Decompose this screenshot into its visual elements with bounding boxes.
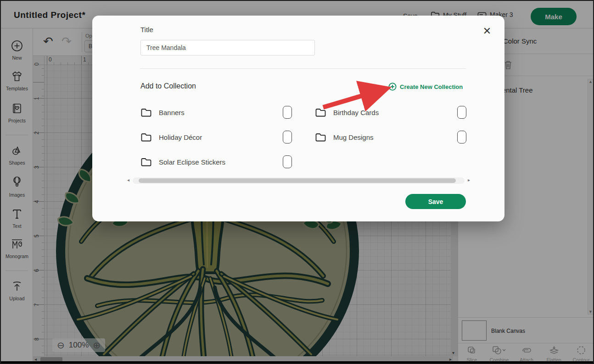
plus-circle-icon [388, 83, 397, 91]
collection-checkbox[interactable] [457, 106, 466, 119]
save-button[interactable]: Save [405, 194, 466, 209]
collection-checkbox[interactable] [283, 131, 292, 143]
scroll-left-icon[interactable]: ◂ [127, 177, 129, 182]
collection-name: Mug Designs [333, 133, 374, 141]
folder-icon [140, 157, 152, 167]
section-divider [140, 68, 466, 69]
add-to-collection-heading: Add to Collection [140, 82, 196, 90]
close-button[interactable]: ✕ [482, 26, 493, 37]
collection-row[interactable]: Birthday Cards [315, 105, 489, 119]
collection-row[interactable]: Mug Designs [315, 130, 489, 144]
title-input[interactable] [140, 40, 315, 55]
collection-name: Holiday Décor [159, 133, 202, 141]
folder-icon [140, 108, 152, 117]
collection-name: Solar Eclipse Stickers [159, 158, 225, 166]
app-window: 0 1 0 1 2 3 4 5 6 7 8 ⊖ 100% ⊕ ◂ ▸ ▾ ↶ ↷… [0, 0, 594, 364]
create-new-collection-button[interactable]: Create New Collection [388, 83, 463, 91]
collections-horizontal-scrollbar[interactable]: ◂ ▸ [133, 177, 465, 184]
window-bottom-edge [1, 361, 593, 363]
collection-row[interactable]: Banners [140, 105, 315, 119]
collection-name: Banners [159, 109, 185, 116]
collection-checkbox[interactable] [283, 106, 292, 119]
collection-row[interactable]: Solar Eclipse Stickers [140, 155, 315, 169]
folder-icon [140, 132, 152, 142]
folder-icon [315, 132, 326, 142]
save-project-dialog: Title ✕ Add to Collection Create New Col… [92, 16, 504, 221]
scroll-right-icon[interactable]: ▸ [468, 177, 470, 182]
title-field-label: Title [140, 26, 153, 33]
folder-icon [315, 108, 326, 117]
collection-checkbox[interactable] [283, 155, 292, 168]
scrollbar-thumb[interactable] [139, 178, 456, 183]
collection-name: Birthday Cards [333, 109, 379, 116]
create-new-collection-label: Create New Collection [400, 83, 463, 90]
collection-row[interactable]: Holiday Décor [140, 130, 315, 144]
collections-list: Banners Birthday Cards Holiday Décor Mug… [140, 105, 494, 169]
collection-checkbox[interactable] [457, 131, 466, 143]
